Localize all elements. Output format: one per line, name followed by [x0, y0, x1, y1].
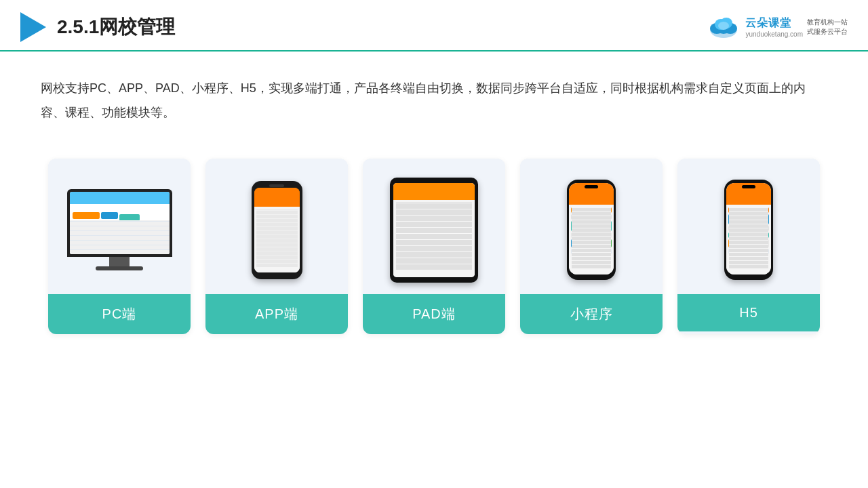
mpb3 [571, 221, 612, 231]
b6 [256, 250, 298, 256]
card-pc: PC端 [48, 159, 191, 334]
page-title: 2.5.1网校管理 [57, 14, 175, 40]
pc-screen-outer [67, 189, 172, 257]
phone-notch-screen-h5 [726, 183, 771, 274]
header-right: 云朵课堂 yunduoketang.com 教育机构一站式服务云平台 [706, 15, 848, 39]
app-content-blocks [256, 209, 298, 262]
cloud-logo: 云朵课堂 yunduoketang.com 教育机构一站式服务云平台 [706, 15, 848, 39]
brand-name: 云朵课堂 [745, 16, 791, 30]
phone-screen-app [254, 188, 300, 272]
hb7 [728, 249, 769, 254]
phone-notch-screen-mp [569, 183, 614, 274]
cloud-icon [706, 15, 741, 39]
b7 [256, 257, 298, 262]
svg-point-6 [718, 22, 729, 30]
block2 [101, 212, 118, 219]
mp-row [571, 239, 612, 247]
device-pad [390, 178, 478, 283]
pad-screen-content [393, 183, 475, 277]
mpb7 [571, 249, 612, 254]
card-h5: H5 [677, 159, 820, 334]
brand-url: yunduoketang.com [745, 30, 803, 38]
card-miniprogram-image [520, 159, 663, 294]
phone-notch-outer-mp [567, 180, 616, 280]
card-app-image [205, 159, 348, 294]
pad-content-blocks [396, 202, 472, 251]
phone-notch-screen-content-mp [569, 183, 614, 274]
card-app: APP端 [205, 159, 348, 334]
b5 [256, 243, 298, 249]
pb5 [448, 221, 472, 235]
pb7 [396, 245, 472, 251]
pb3 [396, 221, 420, 235]
mpb4 [571, 232, 612, 238]
hb4 [728, 232, 769, 238]
hb2 [728, 214, 769, 224]
hb1 [728, 207, 769, 213]
pb2 [435, 202, 473, 219]
pad-outer [390, 178, 478, 283]
device-phone-miniprogram [567, 180, 616, 280]
card-app-label: APP端 [205, 294, 348, 334]
mpb1 [571, 207, 612, 213]
pc-screen-blocks [73, 212, 167, 231]
hb5 [728, 239, 748, 247]
mpb2 [571, 214, 612, 220]
header: 2.5.1网校管理 云朵课堂 yunduoketang.com 教育机构一站式服… [0, 0, 868, 52]
device-pc [67, 189, 172, 270]
b4 [256, 230, 298, 242]
mpb5 [571, 239, 591, 247]
h5-row [728, 239, 769, 247]
mpb6 [592, 239, 612, 247]
device-phone-app [252, 181, 302, 279]
card-pad-label: PAD端 [363, 294, 505, 334]
header-left: 2.5.1网校管理 [20, 12, 175, 42]
logo-triangle-icon [20, 12, 46, 42]
card-pc-label: PC端 [48, 294, 191, 334]
phone-notch-screen-content-h5 [726, 183, 771, 274]
card-miniprogram: 小程序 [520, 159, 663, 334]
card-pad-image [363, 159, 505, 294]
pad-screen [393, 183, 475, 277]
h5-content-blocks [728, 207, 769, 254]
cards-container: PC端 [0, 145, 868, 354]
phone-notch-outer-h5 [724, 180, 773, 280]
b2 [256, 216, 298, 222]
card-h5-image [677, 159, 820, 294]
mp-content-blocks [571, 207, 612, 254]
card-pad: PAD端 [363, 159, 505, 334]
device-phone-h5 [724, 180, 773, 280]
description-text: 网校支持PC、APP、PAD、小程序、H5，实现多端打通，产品各终端自由切换，数… [0, 52, 868, 138]
block1 [73, 212, 100, 219]
pc-base [96, 266, 143, 270]
brand-slogan: 教育机构一站式服务云平台 [807, 18, 848, 37]
card-pc-image [48, 159, 191, 294]
phone-outer-app [252, 181, 302, 279]
pb4 [422, 221, 446, 235]
phone-screen-content-app [254, 188, 300, 272]
brand-text-block: 云朵课堂 yunduoketang.com [745, 16, 803, 38]
pb1 [396, 202, 433, 219]
block5 [115, 224, 134, 231]
pad-row2 [396, 221, 472, 235]
pc-stand [109, 257, 130, 266]
pc-screen-inner [70, 192, 170, 254]
b3 [256, 223, 298, 228]
card-miniprogram-label: 小程序 [520, 294, 663, 334]
pb6 [396, 237, 472, 243]
block6 [135, 224, 154, 231]
b1 [256, 209, 298, 215]
pad-row1 [396, 202, 472, 219]
hb3 [728, 226, 769, 231]
hb6 [749, 239, 769, 247]
pc-screen-content [70, 192, 170, 254]
block3 [119, 214, 140, 221]
block4 [73, 224, 113, 231]
card-h5-label: H5 [677, 294, 820, 331]
